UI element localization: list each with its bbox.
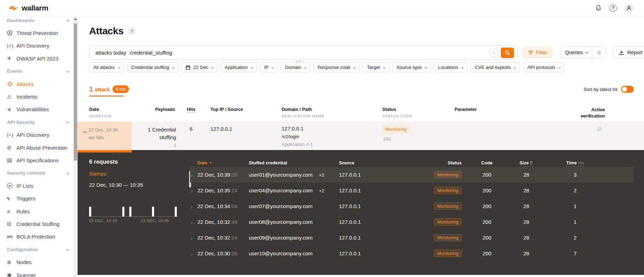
requests-table-header: Date▼ Stuffed credential Source Status C… <box>190 150 634 167</box>
expand-chevron-icon[interactable] <box>190 190 193 193</box>
col-top-ip: Top IP / Source <box>210 107 282 112</box>
request-row[interactable]: 22 Dec, 10:30:26 user10@yourcompany.com … <box>190 246 634 261</box>
expand-chevron-icon[interactable] <box>190 237 193 240</box>
wallarm-logo[interactable]: wallarm <box>8 4 48 12</box>
attack-domain[interactable]: 127.0.0.1 <box>282 126 382 131</box>
chip-date[interactable]: 22 Dec <box>181 62 217 72</box>
collapse-chevron-icon[interactable] <box>84 128 86 150</box>
user-avatar-icon[interactable] <box>624 3 634 13</box>
sidebar-item-credential-stuffing[interactable]: ⊟Credential Stuffing <box>0 218 73 230</box>
page-help-icon[interactable]: ? <box>128 27 136 35</box>
top-bar: wallarm ? <box>0 0 644 16</box>
col-payloads: Payloads <box>132 107 175 112</box>
col-domain: Domain / Path <box>282 107 382 112</box>
search-input[interactable]: attacks today credential_stuffing / <box>89 45 518 59</box>
chip-api-protocols[interactable]: API protocols <box>523 62 564 72</box>
req-col-size[interactable]: Size B <box>512 160 540 165</box>
sidebar-item-api-specifications[interactable]: ▤API Specifications <box>0 154 73 166</box>
col-application-name: APPLICATION NAME <box>282 114 382 118</box>
sort-by-latest-hit-label: Sort by latest hit <box>584 87 617 92</box>
req-col-credential: Stuffed credential <box>249 160 339 165</box>
sidebar-item-scanner[interactable]: ◉Scanner <box>0 269 73 277</box>
req-col-date-sorted[interactable]: Date▼ <box>197 160 249 165</box>
queries-button[interactable]: Queries <box>561 47 592 58</box>
chevron-down-icon <box>424 66 427 69</box>
sidebar-item-ip-lists[interactable]: IPIP Lists <box>0 179 73 192</box>
attack-count: 1 <box>89 85 93 93</box>
req-col-source: Source <box>339 160 402 165</box>
chip-attack-type[interactable]: Credential stuffing <box>127 62 179 72</box>
request-row[interactable]: 22 Dec, 10:32:24 user09@yourcompany.com … <box>190 230 634 246</box>
req-col-code: Code <box>462 160 512 165</box>
request-row[interactable]: 22 Dec, 10:34:04 user07@yourcompany.com … <box>190 198 634 214</box>
status-badge: Monitoring <box>434 250 462 257</box>
attack-path[interactable]: /v2/login <box>282 134 382 139</box>
request-row[interactable]: 22 Dec, 10:39:08 user01@yourcompany.com+… <box>190 167 634 183</box>
sidebar-item-triggers[interactable]: ϟTriggers <box>0 192 73 205</box>
chip-ip[interactable]: IP <box>260 62 278 72</box>
filter-button[interactable]: Filter <box>522 47 553 58</box>
sidebar-item-api-abuse-prevention[interactable]: ⊘API Abuse Prevention <box>0 141 73 154</box>
requests-count: 6 requests <box>89 158 187 165</box>
chip-all-attacks[interactable]: All attacks <box>89 62 124 72</box>
sidebar-item-bola-protection[interactable]: {ID}BOLA Protection <box>0 230 73 243</box>
scrollbar-thumb[interactable] <box>74 23 77 161</box>
req-col-status: Status <box>402 160 462 165</box>
expand-chevron-icon[interactable] <box>190 206 193 208</box>
sidebar-item-threat-prevention[interactable]: Threat Prevention <box>0 27 73 39</box>
sidebar-item-incidents[interactable]: ⚠Incidents <box>0 90 73 103</box>
search-button[interactable] <box>501 48 514 58</box>
chip-locations[interactable]: Locations <box>434 62 468 72</box>
chevron-down-icon <box>66 248 69 250</box>
chip-target[interactable]: Target <box>363 62 389 72</box>
sidebar-section-configuration[interactable]: Configuration <box>0 243 73 256</box>
stuffed-credential: user10@yourcompany.com <box>249 250 313 256</box>
attack-date: 22 Dec, 10:30 <box>88 127 118 133</box>
col-hits-sortable[interactable]: Hits <box>187 107 196 113</box>
chip-cve-and-exploits[interactable]: CVE and exploits <box>470 62 520 72</box>
chip-application[interactable]: Application <box>220 62 257 72</box>
sidebar-item-nodes[interactable]: ⊛Nodes <box>0 256 73 268</box>
help-icon[interactable]: ? <box>609 5 617 12</box>
chip-response-code[interactable]: Response code <box>313 62 360 72</box>
expand-chevron-icon[interactable] <box>190 174 193 177</box>
chevron-down-icon <box>585 51 588 54</box>
favorite-star-button[interactable]: ☆ <box>592 47 606 58</box>
col-date: Date <box>89 107 132 112</box>
sidebar-item-owasp-api-2023[interactable]: ✈OWASP API 2023 <box>0 52 73 65</box>
chip-domain[interactable]: Domain <box>281 62 311 72</box>
sidebar-item-attacks[interactable]: Attacks <box>0 78 73 90</box>
sidebar-item-api-discovery[interactable]: {✓}API Discovery <box>0 40 73 52</box>
sidebar-item-api-discovery-2[interactable]: {✓}API Discovery <box>0 129 73 141</box>
filter-icon <box>528 50 533 55</box>
scrollbar-up-arrow-icon[interactable] <box>74 18 77 20</box>
sort-desc-icon: ▼ <box>209 161 212 164</box>
attack-date-cell[interactable]: 22 Dec, 10:304m 58s <box>78 122 132 150</box>
expand-chevron-icon[interactable] <box>190 253 193 256</box>
notifications-bell-icon[interactable] <box>595 5 602 12</box>
search-icon <box>505 50 510 56</box>
sort-toggle[interactable] <box>621 86 634 93</box>
attack-status-code: 200 <box>383 136 455 142</box>
chevron-down-icon <box>211 66 214 69</box>
expand-chevron-icon[interactable] <box>190 221 193 224</box>
stamps-link[interactable]: Stamps: <box>89 171 187 177</box>
col-status: Status <box>382 107 455 112</box>
attack-row[interactable]: 22 Dec, 10:304m 58s 1 Credential stuffin… <box>78 122 644 150</box>
download-icon <box>619 50 624 55</box>
sidebar-section-security-controls[interactable]: Security controls <box>0 167 73 179</box>
sidebar-item-rules[interactable]: ≡Rules <box>0 205 73 218</box>
content-scrollbar[interactable] <box>73 16 78 277</box>
req-col-time[interactable]: Time ms <box>540 160 610 165</box>
bot-blocked-icon: ⊘ <box>7 144 16 151</box>
report-button[interactable]: Report <box>614 47 644 58</box>
sidebar-section-api-security[interactable]: API Security <box>0 116 73 128</box>
id-card-icon: ⊟ <box>7 221 16 227</box>
sidebar-section-dashboards[interactable]: Dashboards <box>0 16 73 27</box>
chip-source-type[interactable]: Source type <box>392 62 431 72</box>
sidebar-item-vulnerabilities[interactable]: ☣Vulnerabilities <box>0 103 73 116</box>
sidebar-section-events[interactable]: Events <box>0 65 73 78</box>
request-row[interactable]: 22 Dec, 10:35:24 user04@yourcompany.com+… <box>190 183 634 198</box>
hits-badge: 6 hits <box>113 85 129 93</box>
request-row[interactable]: 22 Dec, 10:32:44 user08@yourcompany.com … <box>190 214 634 230</box>
